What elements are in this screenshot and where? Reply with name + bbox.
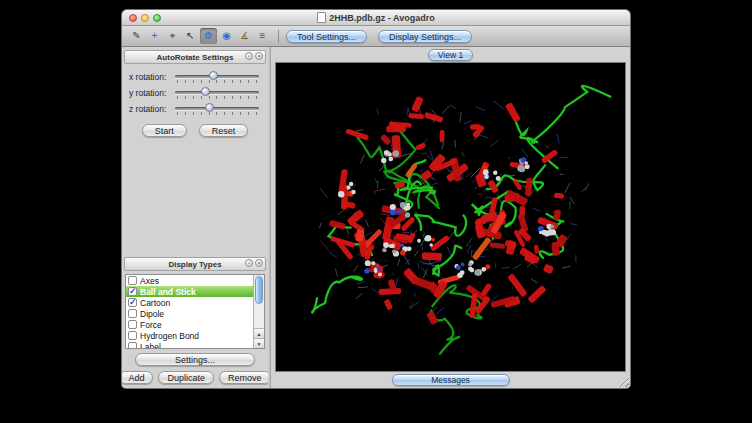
display-type-label: Force bbox=[140, 320, 162, 330]
z-rotation-row: z rotation: bbox=[126, 101, 264, 117]
autorotate-panel-header[interactable]: AutoRotate Settings ▫ × bbox=[124, 50, 266, 64]
display-type-row[interactable]: Axes bbox=[126, 275, 253, 286]
panel-gap bbox=[124, 137, 266, 257]
messages-row: Messages bbox=[275, 372, 626, 388]
scroll-arrows: ▲ ▼ bbox=[254, 328, 264, 348]
molecule-viewport[interactable] bbox=[275, 62, 626, 372]
auto-optimize-tool-icon[interactable]: ◉ bbox=[218, 28, 235, 44]
display-type-label: Label bbox=[140, 342, 161, 349]
display-types-list: Axes✓Ball and Stick✓CartoonDipoleForceHy… bbox=[126, 275, 253, 348]
screen-background: 2HHB.pdb.gz - Avogadro ✎+⌖↖⚙◉∡≡ Tool Set… bbox=[0, 0, 752, 423]
display-type-label: Axes bbox=[140, 276, 159, 286]
x-rotation-slider[interactable] bbox=[175, 70, 259, 84]
title-area: 2HHB.pdb.gz - Avogadro bbox=[122, 10, 630, 25]
toolbar-separator bbox=[278, 30, 279, 43]
display-types-list-box: Axes✓Ball and Stick✓CartoonDipoleForceHy… bbox=[125, 274, 265, 349]
display-settings-button[interactable]: Display Settings... bbox=[378, 30, 472, 43]
avogadro-window: 2HHB.pdb.gz - Avogadro ✎+⌖↖⚙◉∡≡ Tool Set… bbox=[121, 9, 631, 389]
reset-button[interactable]: Reset bbox=[199, 124, 249, 137]
panel-float-icon[interactable]: ▫ bbox=[245, 52, 253, 60]
start-button[interactable]: Start bbox=[142, 124, 187, 137]
align-tool-icon[interactable]: ≡ bbox=[254, 28, 271, 44]
toolbar-tools: ✎+⌖↖⚙◉∡≡ bbox=[128, 28, 271, 44]
display-type-label: Cartoon bbox=[140, 298, 170, 308]
slider-label: y rotation: bbox=[126, 88, 175, 98]
slider-ticks bbox=[177, 80, 257, 83]
autorotate-panel-title: AutoRotate Settings bbox=[157, 53, 234, 62]
checkbox[interactable]: ✓ bbox=[128, 298, 137, 307]
navigate-tool-icon[interactable]: + bbox=[146, 28, 163, 44]
add-button[interactable]: Add bbox=[121, 371, 153, 384]
display-type-label: Dipole bbox=[140, 309, 164, 319]
checkbox[interactable] bbox=[128, 342, 137, 348]
remove-button[interactable]: Remove bbox=[219, 371, 271, 384]
x-rotation-row: x rotation: bbox=[126, 69, 264, 85]
panel-close-icon[interactable]: × bbox=[255, 259, 263, 267]
display-type-row[interactable]: ✓Ball and Stick bbox=[126, 286, 253, 297]
panel-buttons: ▫ × bbox=[245, 52, 263, 60]
list-scrollbar[interactable]: ▲ ▼ bbox=[253, 275, 264, 348]
tool-settings-button[interactable]: Tool Settings... bbox=[286, 30, 367, 43]
y-rotation-row: y rotation: bbox=[126, 85, 264, 101]
auto-rotate-tool-icon[interactable]: ⚙ bbox=[200, 28, 217, 44]
settings-button[interactable]: Settings... bbox=[135, 353, 255, 366]
view-1-tab[interactable]: View 1 bbox=[428, 49, 473, 61]
slider-ticks bbox=[177, 96, 257, 99]
checkbox[interactable] bbox=[128, 309, 137, 318]
panel-close-icon[interactable]: × bbox=[255, 52, 263, 60]
scroll-down-icon[interactable]: ▼ bbox=[254, 338, 264, 348]
toolbar: ✎+⌖↖⚙◉∡≡ Tool Settings... Display Settin… bbox=[122, 26, 630, 47]
checkbox[interactable] bbox=[128, 276, 137, 285]
display-settings-row: Settings... bbox=[124, 353, 266, 366]
draw-tool-icon[interactable]: ✎ bbox=[128, 28, 145, 44]
display-type-row[interactable]: Label bbox=[126, 341, 253, 348]
checkbox[interactable] bbox=[128, 331, 137, 340]
duplicate-button[interactable]: Duplicate bbox=[158, 371, 214, 384]
display-type-label: Hydrogen Bond bbox=[140, 331, 199, 341]
slider-ticks bbox=[177, 112, 257, 115]
dock-panel-area: AutoRotate Settings ▫ × x rotation:y rot… bbox=[122, 47, 268, 388]
display-type-row[interactable]: Dipole bbox=[126, 308, 253, 319]
y-rotation-slider[interactable] bbox=[175, 86, 259, 100]
title-bar[interactable]: 2HHB.pdb.gz - Avogadro bbox=[122, 10, 630, 26]
autorotate-buttons: Start Reset bbox=[124, 124, 266, 137]
checkbox[interactable]: ✓ bbox=[128, 287, 137, 296]
view-tabstrip: View 1 bbox=[275, 47, 626, 62]
zoom-tool-icon[interactable]: ⌖ bbox=[164, 28, 181, 44]
display-type-label: Ball and Stick bbox=[140, 287, 196, 297]
slider-label: z rotation: bbox=[126, 104, 175, 114]
scrollbar-thumb[interactable] bbox=[255, 276, 263, 304]
autorotate-sliders: x rotation:y rotation:z rotation: bbox=[124, 64, 266, 117]
view-area: View 1 Messages bbox=[271, 47, 630, 388]
slider-label: x rotation: bbox=[126, 72, 175, 82]
messages-button[interactable]: Messages bbox=[392, 374, 510, 386]
display-type-row[interactable]: Force bbox=[126, 319, 253, 330]
z-rotation-thumb[interactable] bbox=[205, 103, 214, 112]
manipulate-tool-icon[interactable]: ↖ bbox=[182, 28, 199, 44]
display-type-row[interactable]: Hydrogen Bond bbox=[126, 330, 253, 341]
scroll-up-icon[interactable]: ▲ bbox=[254, 328, 264, 338]
window-content: AutoRotate Settings ▫ × x rotation:y rot… bbox=[122, 47, 630, 388]
window-title: 2HHB.pdb.gz - Avogadro bbox=[329, 13, 434, 23]
measure-tool-icon[interactable]: ∡ bbox=[236, 28, 253, 44]
display-type-row[interactable]: ✓Cartoon bbox=[126, 297, 253, 308]
x-rotation-thumb[interactable] bbox=[209, 71, 218, 80]
autorotate-panel: AutoRotate Settings ▫ × x rotation:y rot… bbox=[124, 50, 266, 137]
display-type-actions: Add Duplicate Remove bbox=[124, 371, 266, 384]
display-types-panel-header[interactable]: Display Types ▫ × bbox=[124, 257, 266, 271]
panel-buttons: ▫ × bbox=[245, 259, 263, 267]
display-types-panel: Display Types ▫ × Axes✓Ball and Stick✓Ca… bbox=[124, 257, 266, 384]
display-types-panel-title: Display Types bbox=[168, 260, 221, 269]
z-rotation-slider[interactable] bbox=[175, 102, 259, 116]
panel-float-icon[interactable]: ▫ bbox=[245, 259, 253, 267]
checkbox[interactable] bbox=[128, 320, 137, 329]
y-rotation-thumb[interactable] bbox=[201, 87, 210, 96]
molecule-render bbox=[276, 63, 625, 371]
document-icon bbox=[317, 12, 326, 23]
